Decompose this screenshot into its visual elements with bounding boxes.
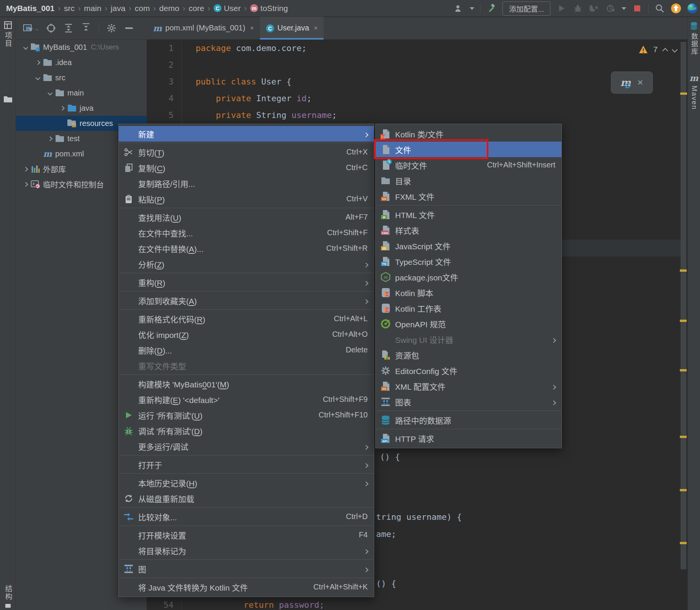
context-menu-item[interactable]: 删除(D)...Delete	[119, 342, 374, 358]
context-menu-item[interactable]: 复制路径/引用...	[119, 175, 374, 191]
tree-item-src[interactable]: src	[16, 70, 147, 85]
context-menu-item[interactable]: 更多运行/调试	[119, 438, 374, 454]
tree-chevron[interactable]	[46, 89, 54, 97]
new-submenu-item[interactable]: 图表	[376, 394, 561, 409]
coverage-icon[interactable]	[589, 3, 600, 14]
context-menu-item[interactable]: 重新构建(E) '<default>'Ctrl+Shift+F9	[119, 392, 374, 407]
prev-warning-icon[interactable]	[662, 48, 668, 54]
stop-icon[interactable]	[632, 3, 643, 14]
context-menu-item[interactable]: 新建	[119, 126, 374, 142]
context-menu-item[interactable]: 调试 '所有测试'(D)	[119, 423, 374, 438]
context-menu-item[interactable]: 粘贴(P)Ctrl+V	[119, 191, 374, 207]
new-submenu-item[interactable]: TSTypeScript 文件	[376, 253, 561, 269]
new-submenu-item[interactable]: 目录	[376, 173, 561, 188]
maven-reload-popup[interactable]: m ✕	[611, 72, 653, 94]
context-menu-item[interactable]: 重构(R)	[119, 274, 374, 290]
next-warning-icon[interactable]	[671, 46, 678, 53]
search-everywhere-icon[interactable]	[654, 3, 665, 14]
new-submenu-item[interactable]: CSS样式表	[376, 222, 561, 238]
tree-chevron[interactable]	[21, 165, 30, 173]
user-dropdown-caret[interactable]	[470, 7, 474, 10]
context-menu-item[interactable]: 打开模块设置F4	[119, 527, 374, 543]
locate-target-icon[interactable]	[46, 23, 56, 33]
new-submenu-item[interactable]: 路径中的数据源	[376, 412, 561, 428]
tree-chevron[interactable]	[46, 134, 54, 143]
tree-chevron[interactable]	[58, 119, 66, 127]
new-submenu-item[interactable]: OpenAPI 规范	[376, 316, 561, 331]
new-submenu-item[interactable]: <>FXML 文件	[376, 188, 561, 204]
context-menu-item[interactable]: 在文件中替换(A)...Ctrl+Shift+R	[119, 240, 374, 256]
context-menu-item[interactable]: 复制(C)Ctrl+C	[119, 160, 374, 175]
tree-chevron[interactable]	[21, 43, 30, 51]
new-submenu-item[interactable]: 资源包	[376, 347, 561, 363]
close-icon[interactable]: ✕	[637, 78, 643, 87]
inspection-widget[interactable]: 7	[639, 45, 677, 54]
tree-chevron[interactable]	[58, 104, 66, 112]
collapse-all-icon[interactable]	[81, 23, 91, 33]
profiler-icon[interactable]	[605, 3, 616, 14]
expand-all-icon[interactable]	[64, 23, 73, 33]
new-submenu-item[interactable]: 临时文件Ctrl+Alt+Shift+Insert	[376, 157, 561, 173]
context-menu-item[interactable]: 打开于	[119, 457, 374, 472]
run-icon[interactable]	[556, 3, 567, 14]
user-icon[interactable]	[453, 3, 464, 14]
new-submenu-item[interactable]: Kotlin 工作表	[376, 300, 561, 316]
editor-tab[interactable]: mpom.xml (MyBatis_001)×	[147, 17, 260, 39]
context-menu-item[interactable]: 将 Java 文件转换为 Kotlin 文件Ctrl+Alt+Shift+K	[119, 579, 374, 595]
new-submenu-item[interactable]: Swing UI 设计器	[376, 331, 561, 347]
editor-tab[interactable]: CUser.java×	[260, 17, 324, 39]
breadcrumb-item[interactable]: com	[135, 4, 150, 13]
context-menu-item[interactable]: 重写文件类型	[119, 358, 374, 373]
update-icon[interactable]	[671, 3, 681, 14]
breadcrumb-item[interactable]: src	[64, 4, 75, 13]
add-configuration-button[interactable]: 添加配置...	[502, 2, 550, 16]
new-submenu-item[interactable]: JSpackage.json文件	[376, 269, 561, 285]
context-menu-item[interactable]: 剪切(T)Ctrl+X	[119, 144, 374, 160]
settings-gear-icon[interactable]	[107, 23, 116, 33]
context-menu-item[interactable]: 分析(Z)	[119, 256, 374, 272]
tree-chevron[interactable]	[21, 180, 30, 188]
context-menu-item[interactable]: 从磁盘重新加载	[119, 491, 374, 506]
new-submenu-item[interactable]: JSJavaScript 文件	[376, 238, 561, 253]
context-menu-item[interactable]: 将目录标记为	[119, 543, 374, 558]
context-menu-item[interactable]: 本地历史记录(H)	[119, 475, 374, 491]
new-submenu-item[interactable]: <>XML 配置文件	[376, 378, 561, 394]
context-menu-item[interactable]: 图	[119, 561, 374, 577]
tree-chevron[interactable]	[33, 73, 42, 82]
tree-chevron[interactable]	[33, 58, 42, 67]
context-menu-item[interactable]: 重新格式化代码(R)Ctrl+Alt+L	[119, 311, 374, 327]
run-options-caret[interactable]	[622, 7, 626, 10]
tool-window-tab-maven[interactable]: m Maven	[688, 73, 700, 110]
context-menu-item[interactable]: 查找用法(U)Alt+F7	[119, 209, 374, 225]
tool-window-tab-database[interactable]: 数据库	[688, 22, 700, 56]
tool-window-tab-structure[interactable]: 结构	[3, 585, 13, 601]
tool-window-tab-project[interactable]: 项目	[0, 17, 16, 48]
breadcrumb-item[interactable]: CUser	[214, 4, 241, 13]
context-menu-item[interactable]: 优化 import(Z)Ctrl+Alt+O	[119, 327, 374, 342]
context-menu-item[interactable]: 在文件中查找...Ctrl+Shift+F	[119, 225, 374, 240]
new-submenu-item[interactable]: HHTML 文件	[376, 207, 561, 222]
tree-item-main[interactable]: main	[16, 85, 147, 100]
close-icon[interactable]: ×	[314, 25, 317, 32]
tree-item-.idea[interactable]: .idea	[16, 55, 147, 70]
breadcrumb-item[interactable]: mtoString	[250, 4, 288, 13]
maven-reload-icon[interactable]: m	[620, 77, 631, 88]
breadcrumb-item[interactable]: MyBatis_001	[6, 4, 54, 13]
build-hammer-icon[interactable]	[486, 3, 497, 14]
ide-sphere-icon[interactable]	[687, 3, 698, 14]
context-menu-item[interactable]: 添加到收藏夹(A)	[119, 293, 374, 308]
tree-chevron[interactable]	[33, 150, 42, 158]
tree-item-java[interactable]: java	[16, 100, 147, 116]
hide-panel-icon[interactable]	[124, 23, 134, 33]
debug-icon[interactable]	[572, 3, 583, 14]
new-submenu-item[interactable]: EditorConfig 文件	[376, 363, 561, 378]
select-opened-file-icon[interactable]	[23, 23, 33, 33]
new-submenu-item[interactable]: APIHTTP 请求	[376, 430, 561, 446]
breadcrumb-item[interactable]: core	[189, 4, 204, 13]
context-menu-item[interactable]: 运行 '所有测试'(U)Ctrl+Shift+F10	[119, 407, 374, 423]
breadcrumb-item[interactable]: java	[111, 4, 126, 13]
close-icon[interactable]: ×	[250, 25, 254, 32]
breadcrumb-item[interactable]: main	[84, 4, 102, 13]
breadcrumb-item[interactable]: demo	[159, 4, 179, 13]
context-menu-item[interactable]: 比较对象...Ctrl+D	[119, 509, 374, 524]
